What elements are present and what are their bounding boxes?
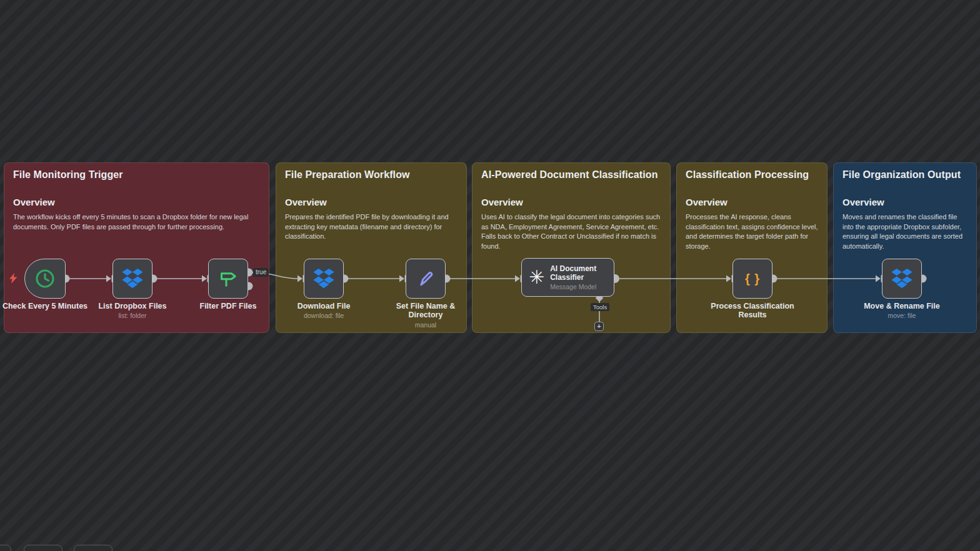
sticky-title: File Monitoring Trigger [13, 169, 260, 181]
overview-body: Moves and renames the classified file in… [842, 212, 968, 251]
bottom-toolbar-button-1[interactable] [0, 545, 11, 551]
dropbox-icon [891, 269, 912, 289]
tools-port-label: Tools [591, 303, 609, 311]
node-set-file-name-directory[interactable] [406, 259, 446, 299]
node-filter-pdf-files[interactable] [208, 259, 248, 299]
pencil-icon [414, 267, 437, 290]
node-move-rename-file[interactable] [882, 259, 922, 299]
bottom-toolbar-button-2[interactable] [24, 545, 62, 551]
node-label: Download File download: file [268, 302, 380, 319]
bottom-toolbar-button-3[interactable] [74, 545, 112, 551]
dropbox-icon [122, 269, 143, 289]
node-title: AI Document Classifier [550, 264, 609, 282]
node-download-file[interactable] [304, 259, 344, 299]
sticky-title: File Organization Output [842, 169, 968, 181]
overview-body: Uses AI to classify the legal document i… [481, 212, 661, 251]
workflow-canvas[interactable]: File Monitoring Trigger Overview The wor… [0, 0, 980, 551]
overview-body: Prepares the identified PDF file by down… [285, 212, 458, 242]
node-label: Process Classification Results [696, 302, 809, 320]
dropbox-icon [313, 269, 334, 289]
code-icon: { } [745, 272, 760, 286]
overview-heading: Overview [481, 197, 661, 207]
overview-body: The workflow kicks off every 5 minutes t… [13, 212, 260, 232]
node-subtitle: Message Model [550, 283, 609, 290]
add-tool-button[interactable]: + [594, 322, 604, 331]
sticky-note-ai-document-classification[interactable]: AI-Powered Document Classification Overv… [472, 162, 671, 333]
node-label: Set File Name & Directory manual [369, 302, 482, 329]
overview-body: Processes the AI response, cleans classi… [686, 212, 818, 251]
branch-label-true: true [253, 268, 269, 277]
overview-heading: Overview [686, 197, 818, 207]
switch-icon [217, 267, 239, 290]
openai-icon: ✳ [529, 268, 544, 287]
overview-heading: Overview [285, 197, 458, 207]
node-check-every-5-minutes[interactable] [24, 259, 66, 299]
overview-heading: Overview [13, 197, 260, 207]
node-process-classification-results[interactable]: { } [732, 259, 772, 299]
node-list-dropbox-files[interactable] [112, 259, 152, 299]
sticky-title: File Preparation Workflow [285, 169, 458, 181]
overview-heading: Overview [842, 197, 968, 207]
node-label: Move & Rename File move: file [846, 302, 958, 319]
trigger-bolt-icon [9, 273, 18, 284]
sticky-title: AI-Powered Document Classification [481, 169, 661, 181]
sticky-title: Classification Processing [686, 169, 818, 181]
node-ai-document-classifier[interactable]: ✳ AI Document Classifier Message Model [521, 258, 614, 297]
clock-icon [33, 267, 57, 290]
